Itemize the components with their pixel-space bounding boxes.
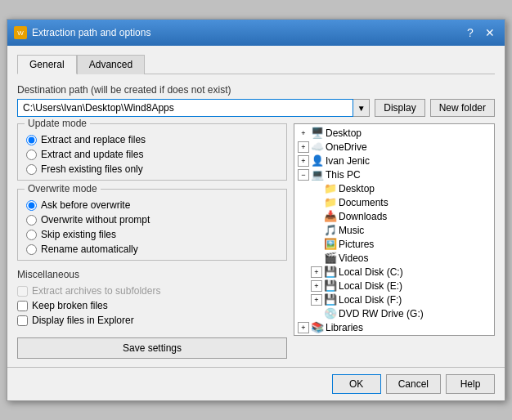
check-keep-broken[interactable]: Keep broken files xyxy=(17,300,287,311)
folder-tree[interactable]: + 🖥️ Desktop + ☁️ OneDrive + 👤 Ivan Jeni… xyxy=(294,123,495,336)
tree-item-onedrive[interactable]: + ☁️ OneDrive xyxy=(296,140,492,154)
radio-ask-before[interactable]: Ask before overwrite xyxy=(26,199,278,211)
miscellaneous-section: Miscellaneous Extract archives to subfol… xyxy=(17,269,287,326)
title-bar-left: W Extraction path and options xyxy=(14,26,150,39)
tree-item-desktop-top[interactable]: + 🖥️ Desktop xyxy=(296,126,492,140)
dialog-title: Extraction path and options xyxy=(32,27,150,38)
overwrite-mode-title: Overwrite mode xyxy=(25,183,101,194)
app-icon: W xyxy=(14,26,27,39)
radio-fresh-only[interactable]: Fresh existing files only xyxy=(26,163,278,175)
expand-onedrive[interactable]: + xyxy=(298,141,309,153)
title-controls: ? ✕ xyxy=(462,25,498,41)
tree-item-ivan[interactable]: + 👤 Ivan Jenic xyxy=(296,154,492,168)
tab-advanced[interactable]: Advanced xyxy=(77,55,145,74)
tree-item-libraries[interactable]: + 📚 Libraries xyxy=(296,320,492,334)
tree-item-network[interactable]: + 🌐 Network xyxy=(296,334,492,336)
display-button[interactable]: Display xyxy=(375,99,424,117)
new-folder-button[interactable]: New folder xyxy=(430,99,495,117)
close-button[interactable]: ✕ xyxy=(482,25,498,41)
ok-button[interactable]: OK xyxy=(332,374,381,394)
radio-overwrite-prompt[interactable]: Overwrite without prompt xyxy=(26,214,278,226)
save-settings-button[interactable]: Save settings xyxy=(17,337,287,359)
cancel-button[interactable]: Cancel xyxy=(386,374,441,394)
check-display-explorer[interactable]: Display files in Explorer xyxy=(17,315,287,326)
misc-title: Miscellaneous xyxy=(17,269,287,280)
tree-item-documents[interactable]: 📁 Documents xyxy=(309,195,492,209)
expand-desktop-top: + xyxy=(298,127,309,139)
tree-item-videos[interactable]: 🎬 Videos xyxy=(309,251,492,265)
expand-libraries[interactable]: + xyxy=(298,322,309,333)
destination-path-section: Destination path (will be created if doe… xyxy=(17,84,495,117)
main-content: Update mode Extract and replace files Ex… xyxy=(17,123,495,359)
tree-item-downloads[interactable]: 📥 Downloads xyxy=(309,209,492,223)
update-mode-title: Update mode xyxy=(25,118,90,129)
dialog-footer: OK Cancel Help xyxy=(7,367,505,400)
destination-input[interactable] xyxy=(17,99,353,117)
update-mode-group: Update mode Extract and replace files Ex… xyxy=(17,123,287,181)
expand-local-e[interactable]: + xyxy=(311,280,322,292)
extraction-dialog: W Extraction path and options ? ✕ Genera… xyxy=(7,19,505,401)
tree-item-music[interactable]: 🎵 Music xyxy=(309,223,492,237)
thispc-children: 📁 Desktop 📁 Documents 📥 Downloads xyxy=(296,181,492,320)
tree-item-desktop[interactable]: 📁 Desktop xyxy=(309,181,492,195)
help-button[interactable]: Help xyxy=(446,374,495,394)
radio-rename-auto[interactable]: Rename automatically xyxy=(26,244,278,255)
tree-item-local-f[interactable]: + 💾 Local Disk (F:) xyxy=(309,293,492,306)
expand-ivan[interactable]: + xyxy=(298,155,309,167)
overwrite-mode-group: Overwrite mode Ask before overwrite Over… xyxy=(17,189,287,261)
svg-text:W: W xyxy=(17,29,24,37)
radio-skip-existing[interactable]: Skip existing files xyxy=(26,229,278,240)
dialog-body: General Advanced Destination path (will … xyxy=(7,46,505,367)
tree-item-local-e[interactable]: + 💾 Local Disk (E:) xyxy=(309,279,492,293)
tree-item-pictures[interactable]: 🖼️ Pictures xyxy=(309,237,492,251)
tree-item-thispc[interactable]: − 💻 This PC xyxy=(296,168,492,181)
tree-item-local-c[interactable]: + 💾 Local Disk (C:) xyxy=(309,265,492,279)
check-extract-subfolders[interactable]: Extract archives to subfolders xyxy=(17,285,287,297)
radio-extract-replace[interactable]: Extract and replace files xyxy=(26,134,278,145)
left-panel: Update mode Extract and replace files Ex… xyxy=(17,123,287,359)
help-title-button[interactable]: ? xyxy=(462,25,478,41)
tab-general[interactable]: General xyxy=(17,55,77,74)
overwrite-mode-options: Ask before overwrite Overwrite without p… xyxy=(26,196,278,255)
tree-item-dvd-g[interactable]: 💿 DVD RW Drive (G:) xyxy=(309,306,492,320)
dropdown-button[interactable]: ▼ xyxy=(353,99,370,117)
expand-thispc[interactable]: − xyxy=(298,169,309,181)
destination-label: Destination path (will be created if doe… xyxy=(17,84,495,96)
tabs-container: General Advanced xyxy=(17,54,495,74)
radio-extract-update[interactable]: Extract and update files xyxy=(26,149,278,160)
update-mode-options: Extract and replace files Extract and up… xyxy=(26,131,278,175)
expand-local-f[interactable]: + xyxy=(311,294,322,306)
expand-local-c[interactable]: + xyxy=(311,266,322,278)
expand-network[interactable]: + xyxy=(298,336,309,337)
title-bar: W Extraction path and options ? ✕ xyxy=(7,20,505,46)
